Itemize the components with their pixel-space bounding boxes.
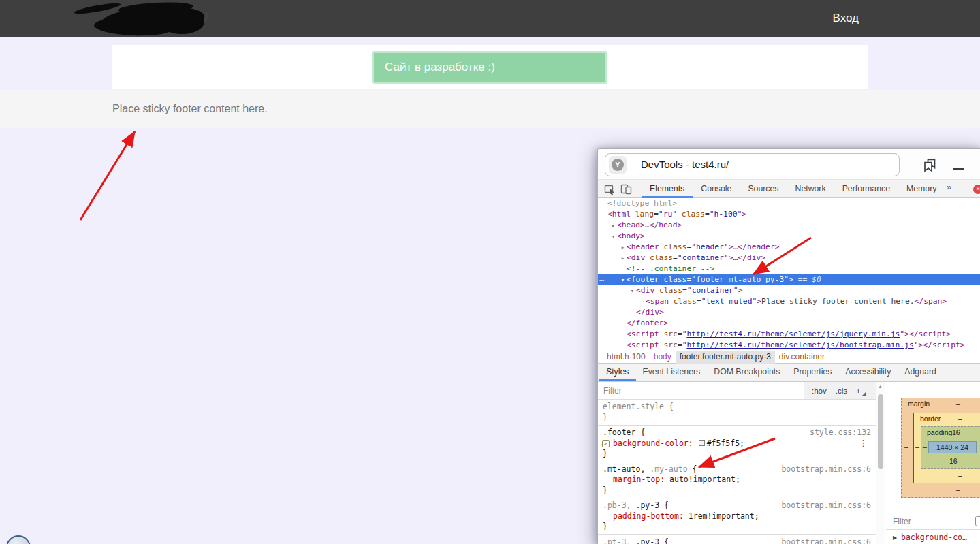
color-swatch[interactable]: [699, 440, 705, 446]
selector-part: element.style: [603, 402, 669, 411]
stylesheet-link[interactable]: bootstrap.min.css:6: [781, 500, 871, 511]
rule-selector[interactable]: .pt-3, .py-3 {bootstrap.min.css:6: [598, 537, 876, 544]
dom-tree-row[interactable]: <!doctype html>: [598, 198, 980, 209]
dom-tree-row[interactable]: ▸<header class="header">…</header>: [598, 242, 980, 253]
styles-toggle-cls[interactable]: .cls: [836, 387, 847, 395]
stylesheet-link[interactable]: bootstrap.min.css:6: [781, 537, 871, 544]
expand-arrow-icon[interactable]: ▶: [893, 534, 897, 541]
sidebar-tab-event-listeners[interactable]: Event Listeners: [636, 364, 708, 381]
more-tabs-icon[interactable]: »: [947, 182, 951, 192]
tab-memory[interactable]: Memory: [898, 180, 945, 198]
bookmark-flag-icon[interactable]: [922, 157, 938, 173]
code-link[interactable]: http://test4.ru/theme/selemet/js/jquery.…: [686, 330, 900, 338]
dom-tree-row[interactable]: <span class="text-muted">Place sticky fo…: [598, 296, 980, 307]
rule-menu-icon[interactable]: ⋮: [859, 439, 868, 447]
twisty-open-icon[interactable]: ▾: [629, 285, 636, 296]
rule-selector[interactable]: .footer {style.css:132: [598, 428, 876, 438]
twisty-closed-icon[interactable]: ▸: [619, 242, 627, 253]
code-attr: src: [659, 330, 678, 338]
minimize-button[interactable]: [953, 168, 964, 170]
dom-tree-row[interactable]: </footer>: [598, 318, 980, 329]
toolbar-separator: [637, 183, 637, 194]
dom-tree-row[interactable]: ▸<div class="container">…</div>: [598, 253, 980, 263]
sidebar-tab-accessibility[interactable]: Accessibility: [838, 364, 898, 381]
code-tag: >: [738, 286, 743, 295]
code-link[interactable]: http://test4.ru/theme/selemet/js/bootstr…: [686, 340, 913, 349]
stylesheet-link[interactable]: style.css:132: [810, 428, 871, 438]
styles-toggle-[interactable]: +: [856, 387, 861, 395]
sidebar-tab-adguard[interactable]: Adguard: [898, 364, 943, 381]
code-tag: ></script>: [919, 340, 965, 349]
scrollbar-thumb[interactable]: [878, 394, 883, 469]
corner-widget-button[interactable]: [6, 535, 31, 544]
code-tag: <script: [627, 330, 659, 338]
dom-tree-row[interactable]: <!-- .container -->: [598, 263, 980, 274]
code-eq: == $0: [793, 275, 821, 284]
close-brace: }: [598, 485, 876, 496]
tab-elements[interactable]: Elements: [642, 180, 693, 198]
dom-tree-row[interactable]: ▸<head>…</head>: [598, 220, 980, 231]
twisty-open-icon[interactable]: ▾: [610, 231, 617, 242]
breadcrumb-item[interactable]: div.container: [775, 351, 829, 364]
selector-part: .pt-3,: [603, 537, 631, 544]
open-brace: {: [693, 464, 697, 474]
property-checkbox[interactable]: ✓: [602, 440, 610, 447]
box-model-content[interactable]: 1440 × 24: [928, 441, 977, 453]
page-container: Сайт в разработке :): [112, 45, 868, 89]
code-plain: …: [645, 221, 650, 229]
scroll-up-icon[interactable]: ▲: [878, 384, 883, 389]
rule-selector[interactable]: .mt-auto, .my-auto {bootstrap.min.css:6: [598, 464, 876, 475]
code-tag: <body>: [617, 231, 645, 240]
device-toolbar-icon[interactable]: [620, 183, 632, 195]
twisty-closed-icon[interactable]: ▸: [610, 220, 617, 231]
twisty-closed-icon[interactable]: ▸: [619, 253, 627, 263]
sidebar-tab-properties[interactable]: Properties: [787, 364, 838, 381]
breadcrumb-item[interactable]: html.h-100: [603, 351, 650, 364]
styles-toggle-hov[interactable]: :hov: [812, 387, 827, 395]
selector-part: .py-3: [631, 537, 664, 544]
dom-tree-row[interactable]: <script src="http://test4.ru/theme/selem…: [598, 340, 980, 351]
rule-selector[interactable]: .pb-3, .py-3 {bootstrap.min.css:6: [598, 500, 876, 511]
login-link[interactable]: Вход: [833, 12, 859, 25]
dom-tree-row[interactable]: <html lang="ru" class="h-100">: [598, 209, 980, 220]
dom-tree-row[interactable]: ▾<div class="container">: [598, 285, 980, 296]
style-property[interactable]: padding-bottom: 1rem!important;: [598, 511, 876, 522]
padding-bottom-value: 16: [949, 457, 958, 465]
sidebar-tab-dom-breakpoints[interactable]: DOM Breakpoints: [707, 364, 787, 381]
code-tag: <span: [646, 297, 669, 306]
dom-tree-row[interactable]: </div>: [598, 307, 980, 318]
computed-property-row[interactable]: ▶ background-co…: [886, 529, 980, 544]
breadcrumb-item[interactable]: footer.footer.mt-auto.py-3: [676, 351, 775, 364]
styles-scrollbar[interactable]: ▲: [876, 382, 885, 544]
stylesheet-link[interactable]: bootstrap.min.css:6: [781, 464, 871, 475]
code-plain: Place sticky footer content here.: [761, 297, 914, 306]
favicon-container: Y: [609, 156, 627, 174]
selector-part: .mt-auto,: [603, 464, 645, 474]
breadcrumb-item[interactable]: body: [650, 351, 676, 364]
twisty-open-icon[interactable]: ▾: [619, 274, 627, 285]
styles-filter-input[interactable]: Filter: [603, 386, 622, 396]
tab-sources[interactable]: Sources: [740, 180, 787, 198]
screenshot-root: WAPLEX.RU Вход Сайт в разработке :) Plac…: [0, 0, 980, 544]
computed-checkbox[interactable]: [975, 516, 980, 526]
style-property[interactable]: ✓background-color: #f5f5f5;: [598, 438, 876, 449]
computed-filter-input[interactable]: Filter: [893, 517, 911, 526]
rule-selector[interactable]: element.style {: [598, 402, 876, 413]
tab-network[interactable]: Network: [787, 180, 834, 198]
code-str: "container": [687, 286, 738, 295]
devtools-title-pill: Y DevTools - test4.ru/: [605, 153, 900, 176]
dom-tree-row[interactable]: <script src="http://test4.ru/theme/selem…: [598, 329, 980, 340]
styles-split-view: Filter :hov.cls+ element.style {}.footer…: [598, 382, 980, 544]
error-count-badge[interactable]: ✕: [973, 185, 980, 194]
tab-console[interactable]: Console: [693, 180, 740, 198]
css-rules-list: element.style {}.footer {style.css:132✓b…: [598, 400, 876, 544]
dom-tree-row[interactable]: …▾<footer class="footer mt-auto py-3"> =…: [598, 274, 980, 285]
style-property[interactable]: margin-top: auto!important;: [598, 475, 876, 485]
close-brace: }: [598, 413, 876, 423]
sidebar-tab-styles[interactable]: Styles: [599, 364, 636, 381]
inspect-element-icon[interactable]: [604, 183, 616, 195]
dom-tree-row[interactable]: ▾<body>: [598, 231, 980, 242]
code-tag: </div>: [636, 308, 664, 317]
row-gutter-dots-icon[interactable]: …: [599, 273, 603, 284]
tab-performance[interactable]: Performance: [834, 180, 898, 198]
